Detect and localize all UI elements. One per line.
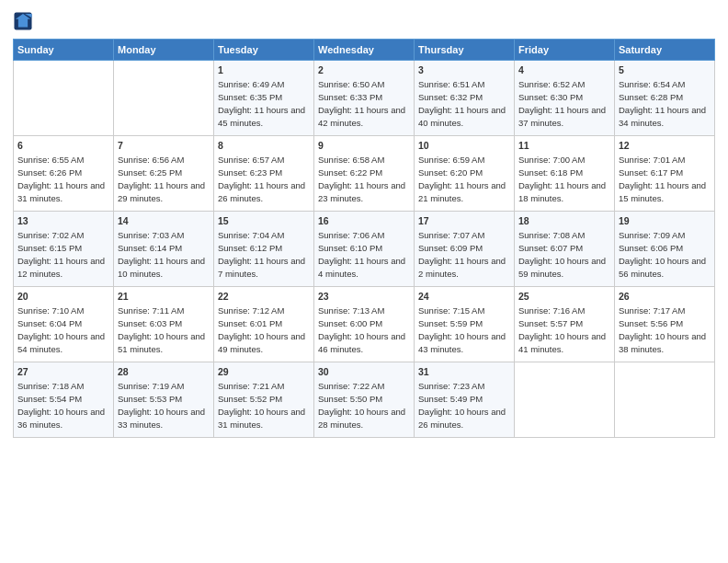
sunset-text: Sunset: 6:35 PM (218, 92, 282, 102)
sunset-text: Sunset: 6:09 PM (418, 243, 483, 253)
calendar-header: SundayMondayTuesdayWednesdayThursdayFrid… (14, 40, 715, 61)
sunset-text: Sunset: 6:25 PM (118, 167, 182, 178)
sunrise-text: Sunrise: 6:54 AM (619, 79, 685, 89)
daylight-text: Daylight: 10 hours and 49 minutes. (218, 331, 305, 354)
daylight-text: Daylight: 11 hours and 29 minutes. (118, 180, 205, 203)
sunset-text: Sunset: 6:15 PM (17, 243, 82, 253)
sunset-text: Sunset: 6:04 PM (17, 318, 82, 328)
calendar-cell: 6Sunrise: 6:55 AMSunset: 6:26 PMDaylight… (14, 136, 114, 212)
calendar-week-1: 1Sunrise: 6:49 AMSunset: 6:35 PMDaylight… (14, 61, 715, 136)
calendar-cell (515, 362, 615, 438)
daylight-text: Daylight: 10 hours and 41 minutes. (518, 331, 606, 354)
sunset-text: Sunset: 6:01 PM (218, 318, 282, 328)
calendar-cell: 30Sunrise: 7:22 AMSunset: 5:50 PMDayligh… (314, 362, 415, 438)
sunrise-text: Sunrise: 7:08 AM (518, 230, 585, 240)
day-number: 15 (218, 214, 310, 228)
day-number: 6 (17, 139, 109, 153)
sunset-text: Sunset: 5:57 PM (518, 318, 583, 328)
day-number: 30 (318, 365, 410, 379)
sunset-text: Sunset: 6:14 PM (118, 243, 182, 253)
calendar-week-2: 6Sunrise: 6:55 AMSunset: 6:26 PMDaylight… (14, 136, 715, 212)
sunrise-text: Sunrise: 6:56 AM (118, 155, 184, 165)
calendar-cell: 7Sunrise: 6:56 AMSunset: 6:25 PMDaylight… (114, 136, 214, 212)
sunset-text: Sunset: 5:53 PM (118, 394, 182, 404)
sunset-text: Sunset: 6:03 PM (118, 318, 182, 328)
daylight-text: Daylight: 11 hours and 23 minutes. (318, 180, 405, 203)
calendar-cell: 18Sunrise: 7:08 AMSunset: 6:07 PMDayligh… (515, 212, 615, 287)
sunrise-text: Sunrise: 7:02 AM (17, 230, 84, 240)
day-number: 5 (619, 63, 711, 77)
calendar-cell: 14Sunrise: 7:03 AMSunset: 6:14 PMDayligh… (114, 212, 214, 287)
sunrise-text: Sunrise: 7:15 AM (418, 305, 484, 316)
daylight-text: Daylight: 10 hours and 56 minutes. (619, 256, 706, 279)
sunrise-text: Sunrise: 6:51 AM (418, 79, 484, 89)
weekday-header-sunday: Sunday (14, 40, 114, 61)
sunrise-text: Sunrise: 6:50 AM (318, 79, 384, 89)
daylight-text: Daylight: 11 hours and 7 minutes. (218, 256, 305, 279)
page-container: SundayMondayTuesdayWednesdayThursdayFrid… (0, 0, 728, 445)
sunset-text: Sunset: 6:00 PM (318, 318, 382, 328)
sunrise-text: Sunrise: 7:00 AM (518, 155, 585, 165)
weekday-row: SundayMondayTuesdayWednesdayThursdayFrid… (14, 40, 715, 61)
sunrise-text: Sunrise: 7:19 AM (118, 381, 184, 391)
sunset-text: Sunset: 6:22 PM (318, 167, 382, 178)
weekday-header-wednesday: Wednesday (314, 40, 415, 61)
sunrise-text: Sunrise: 6:57 AM (218, 155, 284, 165)
calendar-cell: 2Sunrise: 6:50 AMSunset: 6:33 PMDaylight… (314, 61, 415, 136)
day-number: 28 (118, 365, 210, 379)
weekday-header-monday: Monday (114, 40, 214, 61)
day-number: 11 (518, 139, 610, 153)
day-number: 1 (218, 63, 310, 77)
daylight-text: Daylight: 10 hours and 59 minutes. (518, 256, 606, 279)
sunset-text: Sunset: 6:20 PM (418, 167, 483, 178)
day-number: 23 (318, 290, 410, 304)
sunrise-text: Sunrise: 7:03 AM (118, 230, 184, 240)
daylight-text: Daylight: 10 hours and 38 minutes. (619, 331, 706, 354)
calendar-cell: 15Sunrise: 7:04 AMSunset: 6:12 PMDayligh… (214, 212, 314, 287)
sunrise-text: Sunrise: 6:49 AM (218, 79, 284, 89)
calendar-cell: 5Sunrise: 6:54 AMSunset: 6:28 PMDaylight… (615, 61, 715, 136)
sunrise-text: Sunrise: 7:22 AM (318, 381, 384, 391)
sunrise-text: Sunrise: 7:07 AM (418, 230, 484, 240)
daylight-text: Daylight: 11 hours and 15 minutes. (619, 180, 706, 203)
calendar-body: 1Sunrise: 6:49 AMSunset: 6:35 PMDaylight… (14, 61, 715, 438)
day-number: 20 (17, 290, 109, 304)
daylight-text: Daylight: 10 hours and 26 minutes. (418, 407, 506, 430)
calendar-cell: 24Sunrise: 7:15 AMSunset: 5:59 PMDayligh… (415, 287, 515, 362)
calendar-cell: 17Sunrise: 7:07 AMSunset: 6:09 PMDayligh… (415, 212, 515, 287)
calendar-cell: 26Sunrise: 7:17 AMSunset: 5:56 PMDayligh… (615, 287, 715, 362)
sunset-text: Sunset: 5:49 PM (418, 394, 483, 404)
sunset-text: Sunset: 6:07 PM (518, 243, 583, 253)
sunset-text: Sunset: 5:52 PM (218, 394, 282, 404)
sunset-text: Sunset: 6:32 PM (418, 92, 483, 102)
daylight-text: Daylight: 11 hours and 18 minutes. (518, 180, 606, 203)
calendar-cell: 1Sunrise: 6:49 AMSunset: 6:35 PMDaylight… (214, 61, 314, 136)
calendar-cell: 31Sunrise: 7:23 AMSunset: 5:49 PMDayligh… (415, 362, 515, 438)
calendar-cell: 9Sunrise: 6:58 AMSunset: 6:22 PMDaylight… (314, 136, 415, 212)
sunrise-text: Sunrise: 7:11 AM (118, 305, 184, 316)
day-number: 7 (118, 139, 210, 153)
calendar-week-5: 27Sunrise: 7:18 AMSunset: 5:54 PMDayligh… (14, 362, 715, 438)
sunset-text: Sunset: 6:26 PM (17, 167, 82, 178)
daylight-text: Daylight: 10 hours and 33 minutes. (118, 407, 205, 430)
calendar-cell: 12Sunrise: 7:01 AMSunset: 6:17 PMDayligh… (615, 136, 715, 212)
calendar-cell: 28Sunrise: 7:19 AMSunset: 5:53 PMDayligh… (114, 362, 214, 438)
calendar-cell: 20Sunrise: 7:10 AMSunset: 6:04 PMDayligh… (14, 287, 114, 362)
daylight-text: Daylight: 10 hours and 54 minutes. (17, 331, 105, 354)
calendar-cell: 11Sunrise: 7:00 AMSunset: 6:18 PMDayligh… (515, 136, 615, 212)
day-number: 21 (118, 290, 210, 304)
day-number: 25 (518, 290, 610, 304)
logo-icon (13, 11, 33, 31)
day-number: 18 (518, 214, 610, 228)
daylight-text: Daylight: 11 hours and 2 minutes. (418, 256, 506, 279)
sunrise-text: Sunrise: 7:04 AM (218, 230, 284, 240)
logo (13, 11, 35, 31)
daylight-text: Daylight: 10 hours and 28 minutes. (318, 407, 405, 430)
calendar-week-4: 20Sunrise: 7:10 AMSunset: 6:04 PMDayligh… (14, 287, 715, 362)
calendar-cell: 4Sunrise: 6:52 AMSunset: 6:30 PMDaylight… (515, 61, 615, 136)
sunrise-text: Sunrise: 7:18 AM (17, 381, 84, 391)
sunrise-text: Sunrise: 7:23 AM (418, 381, 484, 391)
header (13, 11, 715, 31)
daylight-text: Daylight: 11 hours and 10 minutes. (118, 256, 205, 279)
daylight-text: Daylight: 11 hours and 42 minutes. (318, 105, 405, 128)
